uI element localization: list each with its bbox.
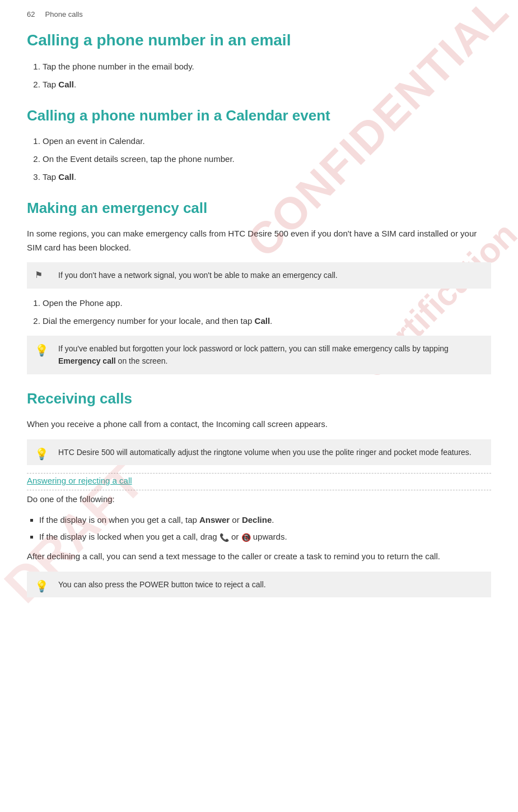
phone-decline-icon: 📵 <box>241 531 251 544</box>
page-header: 62 Phone calls <box>27 10 491 21</box>
calendar-step-2: On the Event details screen, tap the pho… <box>43 152 491 166</box>
receiving-body: When you receive a phone call from a con… <box>27 417 491 431</box>
emergency-call-bold: Emergency call <box>58 356 116 365</box>
lightbulb-icon-3: 💡 <box>35 577 46 587</box>
emergency-light-note: 💡 If you've enabled but forgotten your l… <box>27 336 491 374</box>
page-number: 62 <box>27 10 35 18</box>
calendar-step-3: Tap Call. <box>43 170 491 184</box>
subsection-title-answering: Answering or rejecting a call <box>27 476 491 485</box>
section-name: Phone calls <box>45 10 83 18</box>
answer-bold: Answer <box>199 515 230 525</box>
bullet-display-on: If the display is on when you get a call… <box>39 513 491 527</box>
bullet-display-locked: If the display is locked when you get a … <box>39 530 491 544</box>
emergency-step-2-bold: Call <box>255 316 270 326</box>
email-steps-list: Tap the phone number in the email body. … <box>43 60 491 91</box>
lightbulb-icon: 💡 <box>35 341 46 351</box>
divider-top <box>27 473 491 474</box>
section-title-email: Calling a phone number in an email <box>27 31 491 50</box>
calendar-step-1: Open an event in Calendar. <box>43 134 491 148</box>
section-title-calendar: Calling a phone number in a Calendar eve… <box>27 107 491 124</box>
answering-bullets: If the display is on when you get a call… <box>39 513 491 545</box>
calendar-steps-list: Open an event in Calendar. On the Event … <box>43 134 491 184</box>
email-step-2-bold: Call <box>58 80 74 89</box>
after-declining-text: After declining a call, you can send a t… <box>27 550 491 564</box>
section-title-receiving: Receiving calls <box>27 390 491 407</box>
answering-intro: Do one of the following: <box>27 493 491 507</box>
page-container: CONFIDENTIAL Certification DRAFT 62 Phon… <box>0 0 518 812</box>
receiving-light-note: 💡 HTC Desire 500 will automatically adju… <box>27 439 491 465</box>
email-step-2: Tap Call. <box>43 78 491 91</box>
email-step-1: Tap the phone number in the email body. <box>43 60 491 73</box>
section-title-emergency: Making an emergency call <box>27 199 491 217</box>
emergency-flag-note: ⚑ If you don't have a network signal, yo… <box>27 262 491 288</box>
final-light-note: 💡 You can also press the POWER button tw… <box>27 572 491 597</box>
emergency-step-2: Dial the emergency number for your local… <box>43 314 491 328</box>
emergency-step-1: Open the Phone app. <box>43 296 491 310</box>
calendar-step-3-bold: Call <box>58 172 74 182</box>
divider-bottom <box>27 490 491 490</box>
decline-bold: Decline <box>242 515 272 525</box>
phone-answer-icon: 📞 <box>220 531 229 544</box>
lightbulb-icon-2: 💡 <box>35 445 46 455</box>
emergency-body: In some regions, you can make emergency … <box>27 227 491 255</box>
flag-icon: ⚑ <box>35 268 46 278</box>
emergency-steps-list: Open the Phone app. Dial the emergency n… <box>43 296 491 328</box>
